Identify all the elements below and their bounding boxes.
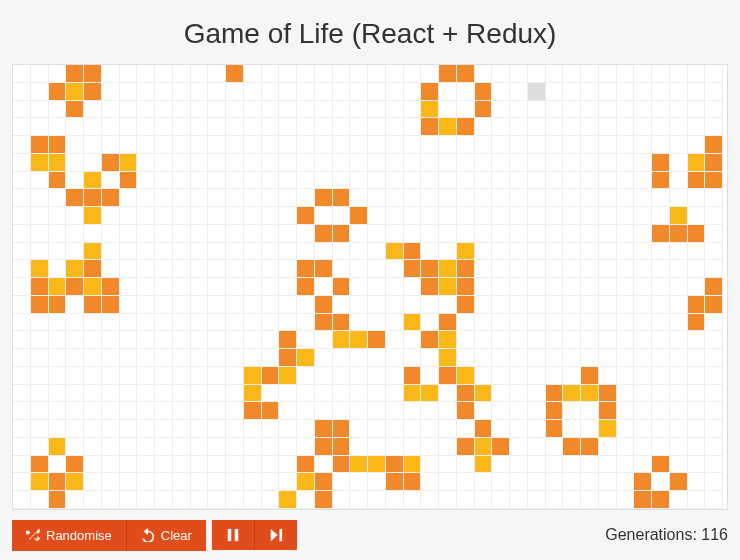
grid-cell[interactable] [492,172,510,190]
grid-cell[interactable] [84,296,102,314]
grid-cell[interactable] [155,402,173,420]
grid-cell[interactable] [475,83,493,101]
grid-cell[interactable] [102,420,120,438]
grid-cell[interactable] [155,154,173,172]
grid-cell[interactable] [31,438,49,456]
grid-cell[interactable] [528,367,546,385]
grid-cell[interactable] [634,172,652,190]
grid-cell[interactable] [457,296,475,314]
grid-cell[interactable] [66,385,84,403]
grid-cell[interactable] [599,225,617,243]
grid-cell[interactable] [652,491,670,509]
grid-cell[interactable] [226,314,244,332]
grid-cell[interactable] [208,172,226,190]
grid-cell[interactable] [13,118,31,136]
grid-cell[interactable] [670,207,688,225]
grid-cell[interactable] [688,385,706,403]
grid-cell[interactable] [510,402,528,420]
grid-cell[interactable] [226,154,244,172]
grid-cell[interactable] [688,243,706,261]
grid-cell[interactable] [617,314,635,332]
grid-cell[interactable] [563,349,581,367]
grid-cell[interactable] [84,225,102,243]
grid-cell[interactable] [262,101,280,119]
grid-cell[interactable] [191,367,209,385]
grid-cell[interactable] [670,260,688,278]
grid-cell[interactable] [475,456,493,474]
grid-cell[interactable] [439,118,457,136]
grid-cell[interactable] [49,491,67,509]
grid-cell[interactable] [492,243,510,261]
grid-cell[interactable] [279,296,297,314]
grid-cell[interactable] [581,225,599,243]
grid-cell[interactable] [262,296,280,314]
grid-cell[interactable] [333,456,351,474]
grid-cell[interactable] [155,136,173,154]
grid-cell[interactable] [279,456,297,474]
grid-cell[interactable] [208,420,226,438]
grid-cell[interactable] [279,420,297,438]
grid-cell[interactable] [634,207,652,225]
grid-cell[interactable] [386,189,404,207]
grid-cell[interactable] [315,260,333,278]
grid-cell[interactable] [315,172,333,190]
grid-cell[interactable] [13,420,31,438]
grid-cell[interactable] [137,385,155,403]
grid-cell[interactable] [421,118,439,136]
grid-cell[interactable] [634,225,652,243]
grid-cell[interactable] [546,402,564,420]
grid-cell[interactable] [599,296,617,314]
grid-cell[interactable] [475,296,493,314]
grid-cell[interactable] [137,260,155,278]
grid-cell[interactable] [475,314,493,332]
grid-cell[interactable] [599,101,617,119]
grid-cell[interactable] [120,83,138,101]
grid-cell[interactable] [137,473,155,491]
grid-cell[interactable] [617,491,635,509]
grid-cell[interactable] [421,491,439,509]
grid-cell[interactable] [421,65,439,83]
grid-cell[interactable] [368,154,386,172]
grid-cell[interactable] [617,367,635,385]
grid-cell[interactable] [652,65,670,83]
grid-cell[interactable] [155,172,173,190]
grid-cell[interactable] [49,65,67,83]
grid-cell[interactable] [49,136,67,154]
grid-cell[interactable] [66,65,84,83]
grid-cell[interactable] [546,314,564,332]
grid-cell[interactable] [705,207,723,225]
grid-cell[interactable] [705,172,723,190]
grid-cell[interactable] [670,349,688,367]
grid-cell[interactable] [333,438,351,456]
grid-cell[interactable] [315,349,333,367]
grid-cell[interactable] [279,65,297,83]
grid-cell[interactable] [84,189,102,207]
grid-cell[interactable] [492,367,510,385]
grid-cell[interactable] [13,473,31,491]
grid-cell[interactable] [191,349,209,367]
grid-cell[interactable] [599,420,617,438]
grid-cell[interactable] [439,402,457,420]
grid-cell[interactable] [137,420,155,438]
grid-cell[interactable] [49,118,67,136]
grid-cell[interactable] [262,314,280,332]
grid-cell[interactable] [634,456,652,474]
grid-cell[interactable] [528,118,546,136]
grid-cell[interactable] [102,83,120,101]
grid-cell[interactable] [510,331,528,349]
grid-cell[interactable] [599,385,617,403]
grid-cell[interactable] [652,101,670,119]
grid-cell[interactable] [546,278,564,296]
grid-cell[interactable] [492,456,510,474]
grid-cell[interactable] [688,456,706,474]
grid-cell[interactable] [120,385,138,403]
grid-cell[interactable] [492,402,510,420]
grid-cell[interactable] [492,189,510,207]
grid-cell[interactable] [66,207,84,225]
grid-cell[interactable] [226,207,244,225]
grid-cell[interactable] [652,243,670,261]
grid-cell[interactable] [49,402,67,420]
grid-cell[interactable] [546,349,564,367]
grid-cell[interactable] [102,456,120,474]
grid-cell[interactable] [279,331,297,349]
